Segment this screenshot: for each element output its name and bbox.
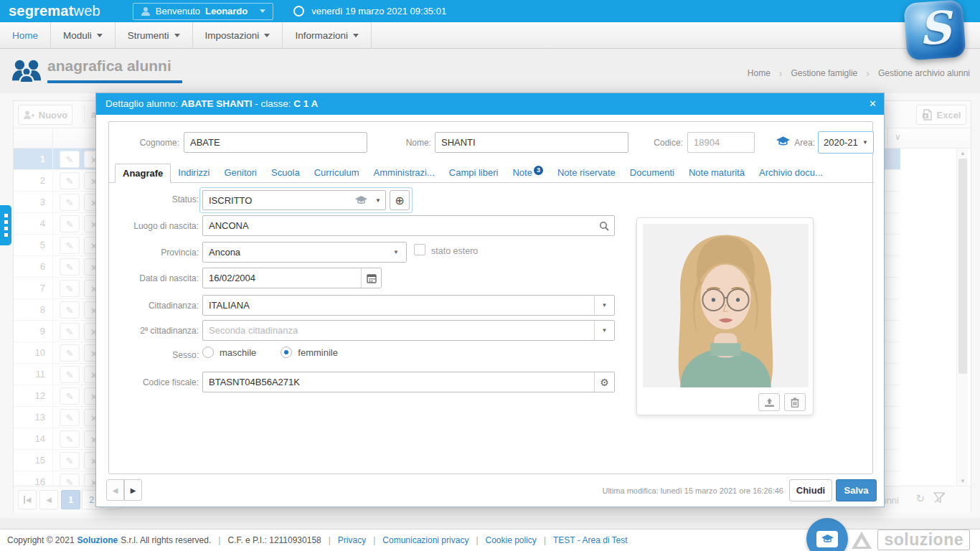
nav-item-strumenti[interactable]: Strumenti (116, 22, 193, 49)
tab-note-maturit-[interactable]: Note maturità (682, 164, 752, 183)
company-link[interactable]: Soluzione (77, 535, 118, 545)
tab-campi-liberi[interactable]: Campi liberi (442, 164, 506, 183)
student-detail-modal: Dettaglio alunno: ABATE SHANTI - classe:… (95, 93, 885, 507)
tab-scuola[interactable]: Scuola (264, 164, 307, 183)
chevron-down-icon (260, 9, 265, 13)
breadcrumb-item[interactable]: Gestione famiglie (791, 68, 858, 78)
footer-separator: | (544, 535, 546, 545)
maschile-label: maschile (220, 347, 256, 358)
cognome-field[interactable] (184, 132, 367, 153)
side-panel-handle[interactable] (0, 205, 11, 245)
s-glyph: S (917, 1, 953, 55)
tab-anagrafe[interactable]: Anagrafe (115, 164, 171, 183)
delete-photo-button[interactable] (784, 393, 806, 411)
footer-separator: | (329, 535, 331, 545)
tab-note-riservate[interactable]: Note riservate (550, 164, 623, 183)
stato-estero-checkbox[interactable] (414, 244, 425, 255)
breadcrumb-item[interactable]: Gestione archivio alunni (878, 68, 970, 78)
nome-field[interactable] (435, 132, 628, 153)
footer-link[interactable]: Cookie policy (486, 535, 537, 545)
modal-class-sep: - classe: (253, 98, 294, 109)
status-group: ▼ ⊕ (199, 187, 413, 213)
cittadinanza-select[interactable]: ▼ (202, 295, 615, 316)
next-student-button[interactable]: ▶ (124, 479, 142, 501)
breadcrumb: Home›Gestione famiglie›Gestione archivio… (748, 67, 970, 79)
trash-icon (791, 397, 799, 408)
tab-documenti[interactable]: Documenti (623, 164, 682, 183)
luogo-nascita-input[interactable] (203, 216, 594, 235)
breadcrumb-item[interactable]: Home (748, 68, 771, 78)
upload-photo-button[interactable] (758, 393, 780, 411)
search-icon[interactable] (594, 216, 614, 235)
tab-label: Note maturità (689, 167, 745, 178)
segremat-s-logo-icon: S (903, 0, 966, 61)
close-icon[interactable]: ✕ (869, 93, 877, 115)
sesso-radio-group: maschile femminile (202, 347, 338, 358)
nav-item-moduli[interactable]: Moduli (51, 22, 116, 49)
dropdown-arrow-icon[interactable]: ▼ (594, 321, 614, 340)
codice-fiscale-input[interactable] (203, 372, 594, 392)
cittadinanza2-label: 2ª cittadinanza: (109, 326, 199, 336)
cittadinanza-input[interactable] (203, 296, 594, 315)
app-viewport: segrematweb Benvenuto Leonardo venerdì 1… (0, 0, 980, 551)
breadcrumb-separator-icon: › (866, 67, 870, 79)
tab-amministrazi-[interactable]: Amministrazi... (367, 164, 442, 183)
user-name: Leonardo (205, 6, 248, 17)
save-button[interactable]: Salva (836, 479, 877, 501)
tab-label: Note (512, 167, 532, 178)
detail-tabs: AnagrafeIndirizziGenitoriScuolaCurriculu… (109, 164, 874, 183)
provincia-select[interactable]: ▼ (202, 242, 407, 263)
dropdown-arrow-icon[interactable]: ▼ (386, 242, 406, 262)
support-chat-button[interactable] (806, 518, 848, 551)
footer-link[interactable]: Comunicazioni privacy (382, 535, 468, 545)
chat-cap-icon (816, 531, 838, 547)
footer-separator: | (476, 535, 478, 545)
soluzione-triangle-icon (852, 532, 872, 549)
chevron-down-icon (174, 34, 180, 37)
prev-student-button[interactable]: ◀ (106, 479, 124, 501)
nav-item-home[interactable]: Home (0, 22, 51, 49)
footer-link[interactable]: Privacy (338, 535, 366, 545)
radio-femminile[interactable] (281, 347, 292, 358)
tab-curriculum[interactable]: Curriculum (307, 164, 367, 183)
dropdown-arrow-icon[interactable]: ▼ (371, 191, 385, 209)
gear-icon[interactable]: ⚙ (594, 372, 614, 392)
nav-item-label: Home (12, 23, 38, 49)
tab-archivio-docu-[interactable]: Archivio docu... (752, 164, 830, 183)
close-button[interactable]: Chiudi (789, 479, 832, 501)
welcome-label: Benvenuto (156, 6, 200, 17)
next-icon: ▶ (131, 486, 136, 494)
copyright-text: Copyright © 2021 (7, 535, 75, 545)
status-input[interactable] (203, 191, 355, 209)
breadcrumb-separator-icon: › (779, 67, 783, 79)
codice-field (687, 132, 755, 153)
app-logo: segrematweb (9, 3, 100, 19)
top-bar: segrematweb Benvenuto Leonardo venerdì 1… (0, 0, 980, 22)
provincia-input[interactable] (203, 242, 386, 262)
status-combo[interactable]: ▼ (202, 190, 386, 210)
tab-genitori[interactable]: Genitori (217, 164, 264, 183)
area-select[interactable]: 2020-21 ▼ (818, 131, 874, 154)
data-nascita-input[interactable] (203, 268, 361, 288)
dropdown-arrow-icon[interactable]: ▼ (594, 296, 614, 315)
brand-light: web (74, 3, 100, 19)
piva-text: C.F. e P.I.: 12110930158 (227, 535, 321, 545)
nav-item-informazioni[interactable]: Informazioni (283, 22, 372, 49)
add-status-button[interactable]: ⊕ (390, 190, 410, 210)
cittadinanza2-input[interactable] (203, 321, 594, 340)
radio-maschile[interactable] (202, 347, 214, 358)
cognome-label: Cognome: (109, 138, 179, 148)
calendar-icon[interactable] (361, 268, 381, 288)
footer-link[interactable]: TEST - Area di Test (553, 535, 628, 545)
page-title: anagrafica alunni (47, 57, 171, 75)
cittadinanza2-select[interactable]: ▼ (202, 320, 615, 341)
tab-label: Campi liberi (449, 167, 499, 178)
tab-note[interactable]: Note3 (505, 164, 550, 183)
user-menu[interactable]: Benvenuto Leonardo (133, 3, 273, 20)
area-label: Area: (792, 138, 815, 148)
tab-indirizzi[interactable]: Indirizzi (171, 164, 217, 183)
graduation-cap-icon (776, 136, 790, 146)
luogo-nascita-label: Luogo di nascita: (109, 221, 199, 231)
clock-icon (293, 6, 304, 17)
nav-item-impostazioni[interactable]: Impostazioni (193, 22, 283, 49)
